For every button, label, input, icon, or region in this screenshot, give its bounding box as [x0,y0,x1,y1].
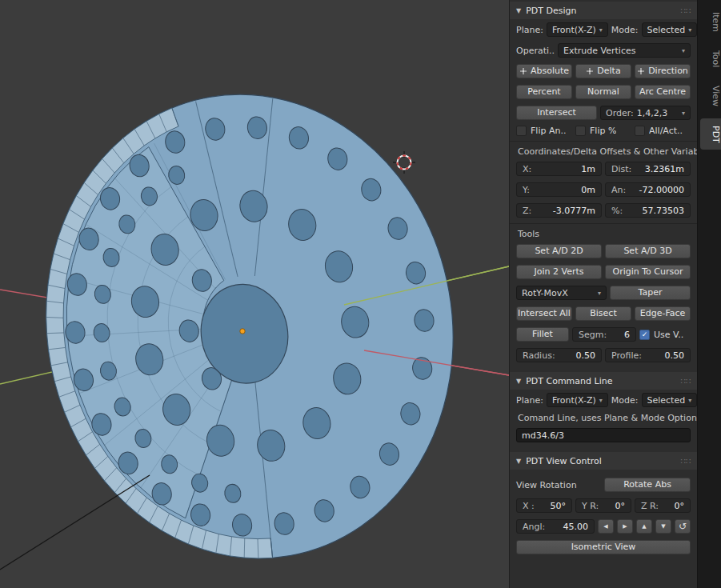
intersect-all-button[interactable]: Intersect All [516,306,572,321]
dist-value: 3.2361m [645,164,684,174]
view-angles-row: X : 50° Y R: 0° Z R: 0° [510,495,697,516]
checkbox-check-icon: ✓ [639,330,650,340]
direction-label: Direction [648,64,688,78]
arrow-left-icon: ◀ [603,523,607,530]
origin-to-cursor-button[interactable]: Origin To Cursor [605,265,691,279]
z-percent-row: Z: -3.0777m %: 57.73503 [510,200,697,221]
taper-button[interactable]: Taper [610,286,691,300]
set-ad-2d-button[interactable]: Set A/D 2D [516,244,602,258]
radius-field[interactable]: Radius: 0.50 [516,348,602,362]
join-2-verts-button[interactable]: Join 2 Verts [516,265,602,279]
panel-title: PDT Design [526,6,675,16]
collapse-icon[interactable]: ▼ [516,378,521,385]
view-x-value: 50° [551,501,567,511]
use-verts-label: Use V.. [654,330,683,340]
pdt-command-input[interactable] [516,428,691,442]
grip-icon[interactable]: ∷∷ [680,457,691,466]
direction-button[interactable]: Direction [635,64,691,78]
panel-header-pdt-view-control[interactable]: ▼ PDT View Control ∷∷ [510,452,697,470]
bisect-button[interactable]: Bisect [575,306,631,321]
normal-button[interactable]: Normal [575,85,631,99]
angle-field[interactable]: An: -72.00000 [605,182,691,197]
use-verts-checkbox[interactable]: ✓ Use V.. [639,330,691,340]
coordinates-header: Coordinates/Delta Offsets & Other Variab… [510,144,697,158]
rotate-abs-button[interactable]: Rotate Abs [604,478,691,492]
axes-icon [637,67,645,75]
y-label: Y: [523,185,530,195]
arc-centre-button[interactable]: Arc Centre [635,85,691,99]
arc-centre-label: Arc Centre [639,85,686,99]
z-field[interactable]: Z: -3.0777m [516,203,602,218]
percent-button[interactable]: Percent [516,85,572,99]
mode-label: Mode: [611,395,639,406]
isometric-view-button[interactable]: Isometric View [516,540,691,554]
y-value: 0m [581,185,595,195]
absolute-label: Absolute [531,64,569,78]
order-label: Order: [606,108,634,118]
join-origin-row: Join 2 Verts Origin To Cursor [510,262,697,282]
profile-value: 0.50 [665,350,685,361]
mode-value: Selected [647,25,686,35]
mode-buttons-row-1: Absolute Delta Direction [510,61,697,82]
segments-field[interactable]: Segm: 6 [572,327,636,342]
grip-icon[interactable]: ∷∷ [680,6,691,15]
bisect-label: Bisect [590,306,616,321]
mode-value: Selected [647,395,686,406]
view-z-rotation-field[interactable]: Z R: 0° [635,498,691,513]
view-y-value: 0° [615,501,626,511]
tab-tool[interactable]: Tool [700,43,721,74]
view-angle-field[interactable]: Angl: 45.00 [516,519,595,534]
x-field[interactable]: X: 1m [516,162,602,176]
3d-viewport[interactable] [0,0,509,588]
tab-view[interactable]: View [700,78,721,114]
panel-header-pdt-command-line[interactable]: ▼ PDT Command Line ∷∷ [510,372,697,390]
all-active-checkbox[interactable]: All/Act.. [635,126,691,136]
cmd-mode-dropdown[interactable]: Selected ▾ [642,393,698,407]
view-z-label: Z R: [641,501,659,511]
edge-face-label: Edge-Face [640,306,686,321]
panel-header-pdt-design[interactable]: ▼ PDT Design ∷∷ [510,2,697,19]
profile-field[interactable]: Profile: 0.50 [605,348,691,362]
cmd-plane-mode-row: Plane: Front(X-Z) ▾ Mode: Selected ▾ [510,390,697,410]
delta-button[interactable]: Delta [575,64,631,78]
rotate-view-down-button[interactable]: ▼ [655,519,671,534]
rotmov-dropdown[interactable]: RotY-MovX ▾ [516,286,607,300]
tab-pdt[interactable]: PDT [700,118,721,150]
rotate-abs-label: Rotate Abs [623,478,671,492]
percent-field[interactable]: %: 57.73503 [605,203,691,218]
order-dropdown[interactable]: Order: 1,4,2,3 ▾ [600,106,691,120]
view-y-rotation-field[interactable]: Y R: 0° [575,498,631,513]
viewport-canvas[interactable] [0,0,509,588]
fillet-button[interactable]: Fillet [516,327,569,342]
mode-dropdown[interactable]: Selected ▾ [642,22,698,37]
cmd-plane-dropdown[interactable]: Front(X-Z) ▾ [547,393,608,407]
rotate-view-left-button[interactable]: ◀ [598,519,614,534]
rotate-view-right-button[interactable]: ▶ [617,519,633,534]
set-ad-3d-button[interactable]: Set A/D 3D [605,244,691,258]
isometric-view-label: Isometric View [571,540,636,554]
y-field[interactable]: Y: 0m [516,182,602,197]
checkbox-box [575,126,586,136]
flip-angle-checkbox[interactable]: Flip An.. [516,126,572,136]
grip-icon[interactable]: ∷∷ [680,377,691,386]
chevron-down-icon: ▾ [682,47,685,54]
view-x-rotation-field[interactable]: X : 50° [516,498,572,513]
rotate-view-up-button[interactable]: ▲ [636,519,652,534]
tab-item[interactable]: Item [700,5,721,39]
collapse-icon[interactable]: ▼ [516,7,521,14]
edge-face-button[interactable]: Edge-Face [635,306,691,321]
chevron-down-icon: ▾ [598,290,601,297]
absolute-button[interactable]: Absolute [516,64,572,78]
view-angle-label: Angl: [523,522,545,532]
operation-dropdown[interactable]: Extrude Vertices ▾ [558,43,691,58]
dist-field[interactable]: Dist: 3.2361m [605,162,691,176]
roll-view-button[interactable]: ↺ [675,519,691,534]
disc-mesh[interactable] [10,62,489,588]
mode-label: Mode: [611,25,639,35]
flip-percent-checkbox[interactable]: Flip % [575,126,631,136]
normal-label: Normal [587,85,619,99]
collapse-icon[interactable]: ▼ [516,458,521,465]
intersect-button[interactable]: Intersect [516,106,597,120]
tools-header: Tools [510,226,697,241]
plane-dropdown[interactable]: Front(X-Z) ▾ [547,22,608,37]
